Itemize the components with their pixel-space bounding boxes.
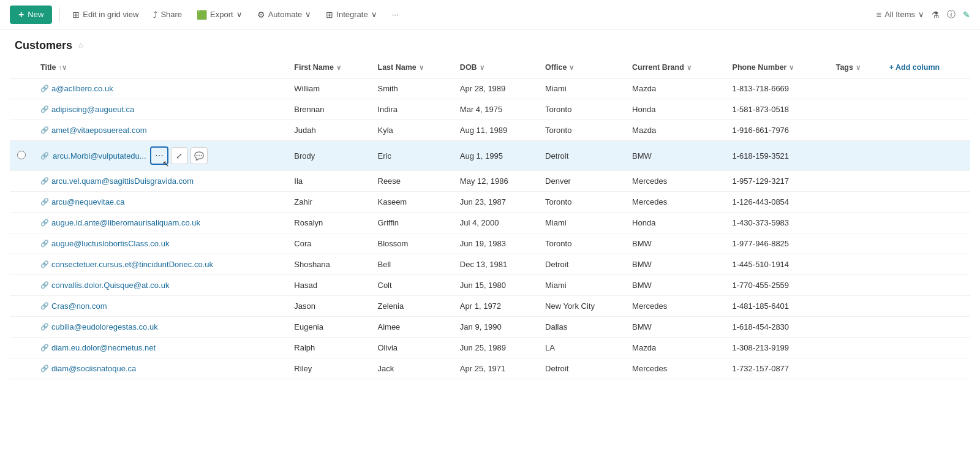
row-checkbox-cell [10,213,33,233]
first-name-cell: Cora [287,233,370,254]
add-column-cell [882,78,970,99]
title-link[interactable]: augue@luctuslobortisClass.co.uk [51,239,169,248]
title-link[interactable]: consectetuer.cursus.et@tinciduntDonec.co… [51,260,213,269]
last-name-cell: Indira [371,99,453,120]
add-column-header[interactable]: + Add column [882,57,970,78]
title-link[interactable]: a@aclibero.co.uk [51,84,113,93]
phone-number-header-label: Phone Number [733,63,787,72]
row-checkbox-cell [10,317,33,338]
title-link[interactable]: diam.eu.dolor@necmetus.net [51,343,156,352]
link-icon: 🔗 [40,240,49,248]
title-cell: 🔗adipiscing@augueut.ca [33,99,287,120]
add-column-cell [882,358,970,379]
title-link[interactable]: cubilia@eudoloregestas.co.uk [51,322,158,331]
office-cell: New York City [538,296,625,317]
title-cell-inner: 🔗arcu@nequevitae.ca [40,197,279,206]
dob-header[interactable]: DOB ∨ [453,57,538,78]
phone-number-cell: 1-618-159-3521 [725,141,829,171]
row-radio[interactable] [17,151,26,159]
share-label: Share [160,10,182,19]
row-checkbox-cell [10,99,33,120]
edit-grid-button[interactable]: ⊞ Edit in grid view [67,7,143,22]
last-name-cell: Zelenia [371,296,453,317]
title-link[interactable]: amet@vitaeposuereat.com [51,126,147,135]
row-actions: ⋯↖⤢💬 [150,146,208,165]
title-cell: 🔗Cras@non.com [33,296,287,317]
title-cell-inner: 🔗adipiscing@augueut.ca [40,105,279,114]
current-brand-cell: Mazda [625,338,725,358]
office-sort-icon: ∨ [569,64,574,72]
first-name-cell: Hasad [287,275,370,296]
title-cell: 🔗augue@luctuslobortisClass.co.uk [33,233,287,254]
title-cell: 🔗cubilia@eudoloregestas.co.uk [33,317,287,338]
link-icon: 🔗 [40,281,49,289]
title-link[interactable]: augue.id.ante@liberomaurisaliquam.co.uk [51,218,200,227]
office-cell: Toronto [538,120,625,141]
tags-cell [829,141,882,171]
first-name-cell: Jason [287,296,370,317]
last-name-cell: Olivia [371,338,453,358]
new-button[interactable]: + New [10,6,52,24]
phone-number-header[interactable]: Phone Number ∨ [725,57,829,78]
dob-cell: Jun 23, 1987 [453,192,538,213]
table-row: 🔗a@aclibero.co.ukWilliamSmithApr 28, 198… [10,78,970,99]
edit-grid-label: Edit in grid view [83,10,138,19]
tags-cell [829,171,882,192]
expand-button[interactable]: ⤢ [171,147,188,164]
row-checkbox-cell [10,275,33,296]
last-name-header[interactable]: Last Name ∨ [371,57,453,78]
phone-number-cell: 1-581-873-0518 [725,99,829,120]
first-name-header[interactable]: First Name ∨ [287,57,370,78]
title-cell-inner: 🔗consectetuer.cursus.et@tinciduntDonec.c… [40,260,279,269]
more-button[interactable]: ··· [387,7,404,21]
dob-cell: Jun 25, 1989 [453,338,538,358]
current-brand-sort-icon: ∨ [687,64,692,72]
toolbar-separator [59,7,60,22]
row-checkbox-cell [10,141,33,171]
new-label: New [28,10,43,19]
more-options-button[interactable]: ⋯↖ [150,146,168,165]
add-column-cell [882,296,970,317]
share-icon: ⤴ [153,10,157,20]
all-items-button[interactable]: ≡ All Items ∨ [876,9,924,20]
share-button[interactable]: ⤴ Share [148,7,187,22]
export-button[interactable]: 🟩 Export ∨ [192,7,247,22]
link-icon: 🔗 [40,302,49,310]
automate-label: Automate [268,10,303,19]
phone-number-cell: 1-430-373-5983 [725,213,829,233]
phone-number-cell: 1-916-661-7976 [725,120,829,141]
filter-icon[interactable]: ⚗ [932,10,940,20]
title-link[interactable]: adipiscing@augueut.ca [51,105,134,114]
table-row: 🔗augue@luctuslobortisClass.co.ukCoraBlos… [10,233,970,254]
edit-icon[interactable]: ✎ [963,10,970,20]
last-name-cell: Kyla [371,120,453,141]
current-brand-cell: Mercedes [625,171,725,192]
first-name-cell: Judah [287,120,370,141]
toolbar: + New ⊞ Edit in grid view ⤴ Share 🟩 Expo… [0,0,980,29]
last-name-cell: Griffin [371,213,453,233]
title-link[interactable]: diam@sociisnatoque.ca [51,364,136,373]
integrate-button[interactable]: ⊞ Integrate ∨ [321,7,382,22]
add-column-cell [882,120,970,141]
first-name-cell: Ralph [287,338,370,358]
comment-button[interactable]: 💬 [190,147,208,164]
current-brand-header[interactable]: Current Brand ∨ [625,57,725,78]
title-link[interactable]: arcu@nequevitae.ca [51,197,124,206]
row-checkbox-cell [10,120,33,141]
title-link[interactable]: convallis.dolor.Quisque@at.co.uk [51,281,169,290]
title-link[interactable]: arcu.vel.quam@sagittisDuisgravida.com [51,176,194,186]
current-brand-cell: Honda [625,99,725,120]
tags-header[interactable]: Tags ∨ [829,57,882,78]
office-cell: Denver [538,171,625,192]
title-cell-inner: 🔗amet@vitaeposuereat.com [40,126,279,135]
add-column-label[interactable]: + Add column [889,63,940,72]
info-icon[interactable]: ⓘ [947,9,956,20]
favorite-star-icon[interactable]: ☆ [77,41,85,50]
office-header[interactable]: Office ∨ [538,57,625,78]
title-link[interactable]: arcu.Morbi@vulputatedu... [53,151,146,161]
row-checkbox-cell [10,78,33,99]
title-link[interactable]: Cras@non.com [51,301,107,311]
automate-button[interactable]: ⚙ Automate ∨ [252,7,317,22]
current-brand-cell: Mercedes [625,296,725,317]
title-header[interactable]: Title ↑∨ [33,57,287,78]
